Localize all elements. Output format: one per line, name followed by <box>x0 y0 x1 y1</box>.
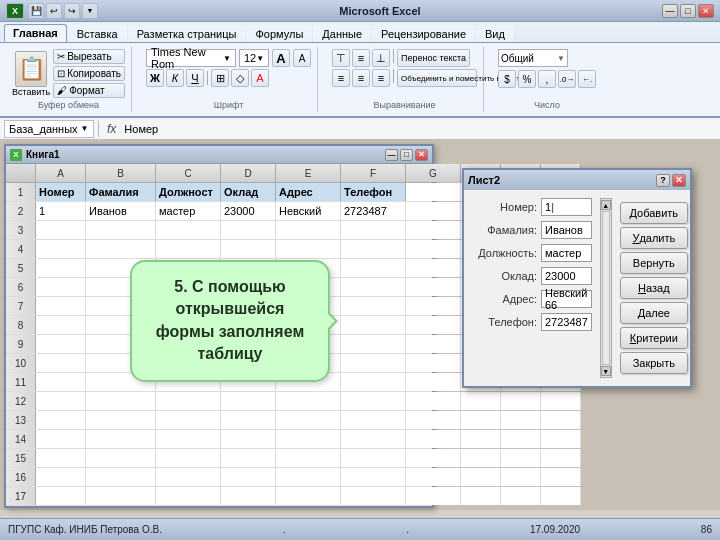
font-color-button[interactable]: A <box>251 69 269 87</box>
cell-a3[interactable] <box>36 221 86 239</box>
cell-b16[interactable] <box>86 468 156 486</box>
cell-f6[interactable] <box>341 278 406 296</box>
cell-a1[interactable]: Номер <box>36 183 86 201</box>
cell-c4[interactable] <box>156 240 221 258</box>
cell-g4[interactable] <box>406 240 461 258</box>
cell-f10[interactable] <box>341 354 406 372</box>
cell-e12[interactable] <box>276 392 341 410</box>
cell-g9[interactable] <box>406 335 461 353</box>
form-input-nomer[interactable]: 1 <box>541 198 592 216</box>
cell-f14[interactable] <box>341 430 406 448</box>
cell-c14[interactable] <box>156 430 221 448</box>
cell-g10[interactable] <box>406 354 461 372</box>
cell-d12[interactable] <box>221 392 276 410</box>
align-right-button[interactable]: ≡ <box>372 69 390 87</box>
cell-j17[interactable] <box>541 487 581 505</box>
cell-f2[interactable]: 2723487 <box>341 202 406 220</box>
cell-a14[interactable] <box>36 430 86 448</box>
cell-h15[interactable] <box>461 449 501 467</box>
align-top-button[interactable]: ⊤ <box>332 49 350 67</box>
cell-g15[interactable] <box>406 449 461 467</box>
copy-button[interactable]: ⊡ Копировать <box>53 66 125 81</box>
increase-font-button[interactable]: A <box>272 49 290 67</box>
cell-e4[interactable] <box>276 240 341 258</box>
align-left-button[interactable]: ≡ <box>332 69 350 87</box>
cell-g8[interactable] <box>406 316 461 334</box>
cell-c13[interactable] <box>156 411 221 429</box>
cell-d1[interactable]: Оклад <box>221 183 276 201</box>
fill-color-button[interactable]: ◇ <box>231 69 249 87</box>
cell-g16[interactable] <box>406 468 461 486</box>
delete-button[interactable]: Удалить <box>620 227 688 249</box>
cell-d15[interactable] <box>221 449 276 467</box>
cell-b14[interactable] <box>86 430 156 448</box>
tab-review[interactable]: Рецензирование <box>372 25 475 42</box>
cell-c2[interactable]: мастер <box>156 202 221 220</box>
font-name-dropdown-icon[interactable]: ▼ <box>223 54 231 63</box>
tab-formulas[interactable]: Формулы <box>246 25 312 42</box>
cell-a15[interactable] <box>36 449 86 467</box>
cell-f11[interactable] <box>341 373 406 391</box>
cell-b13[interactable] <box>86 411 156 429</box>
cell-f15[interactable] <box>341 449 406 467</box>
cell-a13[interactable] <box>36 411 86 429</box>
cell-e13[interactable] <box>276 411 341 429</box>
form-help-button[interactable]: ? <box>656 174 670 187</box>
cut-button[interactable]: ✂ Вырезать <box>53 49 125 64</box>
cell-j13[interactable] <box>541 411 581 429</box>
cell-g1[interactable] <box>406 183 461 201</box>
col-header-f[interactable]: F <box>341 164 406 182</box>
cell-a4[interactable] <box>36 240 86 258</box>
cell-d13[interactable] <box>221 411 276 429</box>
font-size-dropdown-icon[interactable]: ▼ <box>256 54 264 63</box>
cell-g3[interactable] <box>406 221 461 239</box>
save-icon[interactable]: 💾 <box>28 3 44 19</box>
form-input-telefon[interactable]: 2723487 <box>541 313 592 331</box>
quick-access-dropdown-icon[interactable]: ▼ <box>82 3 98 19</box>
cell-c17[interactable] <box>156 487 221 505</box>
cell-j12[interactable] <box>541 392 581 410</box>
format-painter-button[interactable]: 🖌 Формат <box>53 83 125 98</box>
col-header-c[interactable]: C <box>156 164 221 182</box>
cell-e2[interactable]: Невский <box>276 202 341 220</box>
cell-f16[interactable] <box>341 468 406 486</box>
cell-i14[interactable] <box>501 430 541 448</box>
cell-a8[interactable] <box>36 316 86 334</box>
undo-icon[interactable]: ↩ <box>46 3 62 19</box>
increase-decimal-button[interactable]: .0→ <box>558 70 576 88</box>
decrease-font-button[interactable]: A <box>293 49 311 67</box>
workbook-close-btn[interactable]: ✕ <box>415 149 428 161</box>
tab-data[interactable]: Данные <box>313 25 371 42</box>
cell-h12[interactable] <box>461 392 501 410</box>
cell-a5[interactable] <box>36 259 86 277</box>
wrap-text-button[interactable]: Перенос текста <box>397 49 470 67</box>
decrease-decimal-button[interactable]: ←. <box>578 70 596 88</box>
cell-f3[interactable] <box>341 221 406 239</box>
workbook-maximize-btn[interactable]: □ <box>400 149 413 161</box>
col-header-b[interactable]: B <box>86 164 156 182</box>
cell-f12[interactable] <box>341 392 406 410</box>
cell-g14[interactable] <box>406 430 461 448</box>
cell-a7[interactable] <box>36 297 86 315</box>
cell-c1[interactable]: Должност <box>156 183 221 201</box>
cell-d16[interactable] <box>221 468 276 486</box>
back-button[interactable]: Назад <box>620 277 688 299</box>
cell-f4[interactable] <box>341 240 406 258</box>
name-box-dropdown-icon[interactable]: ▼ <box>81 124 89 133</box>
col-header-a[interactable]: A <box>36 164 86 182</box>
cell-g7[interactable] <box>406 297 461 315</box>
form-input-oklad[interactable]: 23000 <box>541 267 592 285</box>
col-header-e[interactable]: E <box>276 164 341 182</box>
cell-d17[interactable] <box>221 487 276 505</box>
cell-i15[interactable] <box>501 449 541 467</box>
cell-b2[interactable]: Иванов <box>86 202 156 220</box>
cell-f9[interactable] <box>341 335 406 353</box>
cell-a16[interactable] <box>36 468 86 486</box>
close-button[interactable]: ✕ <box>698 4 714 18</box>
cell-j14[interactable] <box>541 430 581 448</box>
cell-j16[interactable] <box>541 468 581 486</box>
cell-j15[interactable] <box>541 449 581 467</box>
paste-button[interactable]: 📋 Вставить <box>12 51 50 97</box>
cell-d4[interactable] <box>221 240 276 258</box>
cell-i16[interactable] <box>501 468 541 486</box>
